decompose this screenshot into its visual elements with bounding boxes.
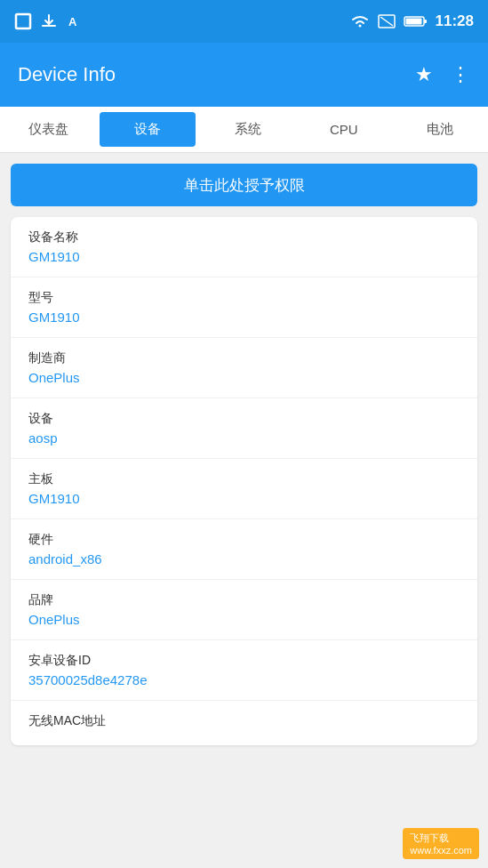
- tab-cpu[interactable]: CPU: [296, 107, 392, 152]
- label-android-id: 安卓设备ID: [28, 653, 460, 669]
- more-options-icon[interactable]: ⋮: [451, 63, 470, 86]
- label-manufacturer: 制造商: [28, 350, 460, 366]
- status-bar-left: A: [14, 12, 82, 30]
- label-brand: 品牌: [28, 592, 460, 608]
- value-device: aosp: [28, 430, 460, 446]
- tab-battery[interactable]: 电池: [392, 107, 488, 152]
- info-row-android-id: 安卓设备ID 35700025d8e4278e: [11, 640, 477, 701]
- info-row-board: 主板 GM1910: [11, 459, 477, 519]
- battery-icon: [404, 14, 428, 28]
- tab-dashboard[interactable]: 仪表盘: [0, 107, 96, 152]
- info-row-brand: 品牌 OnePlus: [11, 580, 477, 640]
- tab-system[interactable]: 系统: [199, 107, 295, 152]
- square-icon: [14, 12, 32, 30]
- label-board: 主板: [28, 471, 460, 487]
- device-info-card: 设备名称 GM1910 型号 GM1910 制造商 OnePlus 设备 aos…: [11, 217, 477, 745]
- download-icon: [41, 13, 57, 29]
- status-bar: A 11:28: [0, 0, 488, 43]
- watermark: 飞翔下载 www.fxxz.com: [403, 828, 479, 859]
- svg-text:A: A: [68, 15, 77, 28]
- label-model: 型号: [28, 290, 460, 306]
- a-icon: A: [66, 13, 82, 29]
- svg-rect-6: [405, 19, 421, 25]
- watermark-text: 飞翔下载: [410, 832, 449, 843]
- value-brand: OnePlus: [28, 612, 460, 627]
- value-android-id: 35700025d8e4278e: [28, 672, 460, 687]
- value-board: GM1910: [28, 491, 460, 506]
- info-row-manufacturer: 制造商 OnePlus: [11, 338, 477, 398]
- value-manufacturer: OnePlus: [28, 370, 460, 385]
- watermark-site: www.fxxz.com: [410, 845, 472, 856]
- status-time: 11:28: [436, 12, 474, 30]
- svg-rect-0: [16, 14, 30, 28]
- value-device-name: GM1910: [28, 249, 460, 264]
- label-mac: 无线MAC地址: [28, 713, 460, 729]
- permission-button[interactable]: 单击此处授予权限: [11, 164, 477, 206]
- tab-device[interactable]: 设备: [100, 112, 196, 147]
- label-device: 设备: [28, 411, 460, 427]
- status-bar-right: 11:28: [350, 12, 474, 30]
- app-title: Device Info: [18, 63, 116, 86]
- info-row-hardware: 硬件 android_x86: [11, 519, 477, 580]
- info-row-device: 设备 aosp: [11, 398, 477, 459]
- star-icon[interactable]: ★: [415, 63, 433, 86]
- svg-line-3: [380, 17, 393, 26]
- no-signal-icon: [377, 13, 396, 29]
- label-hardware: 硬件: [28, 532, 460, 548]
- header-icons: ★ ⋮: [415, 63, 470, 86]
- value-hardware: android_x86: [28, 551, 460, 567]
- svg-rect-5: [424, 20, 427, 23]
- wifi-icon: [350, 13, 370, 29]
- info-row-mac: 无线MAC地址: [11, 701, 477, 745]
- label-device-name: 设备名称: [28, 229, 460, 245]
- value-model: GM1910: [28, 309, 460, 325]
- tab-bar: 仪表盘 设备 系统 CPU 电池: [0, 107, 488, 153]
- info-row-model: 型号 GM1910: [11, 277, 477, 338]
- info-row-device-name: 设备名称 GM1910: [11, 217, 477, 277]
- app-header: Device Info ★ ⋮: [0, 43, 488, 107]
